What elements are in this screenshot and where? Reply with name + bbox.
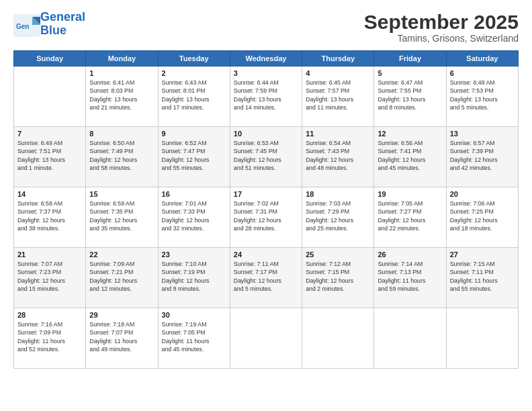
day-header-sunday: Sunday bbox=[14, 51, 86, 66]
day-number: 30 bbox=[162, 311, 226, 319]
day-cell: 11Sunrise: 6:54 AMSunset: 7:43 PMDayligh… bbox=[302, 127, 374, 187]
day-number: 4 bbox=[306, 69, 370, 77]
day-info: Sunrise: 7:03 AMSunset: 7:29 PMDaylight:… bbox=[306, 199, 370, 232]
day-info: Sunrise: 6:52 AMSunset: 7:47 PMDaylight:… bbox=[162, 139, 226, 172]
day-info: Sunrise: 6:58 AMSunset: 7:37 PMDaylight:… bbox=[17, 199, 82, 232]
day-cell: 26Sunrise: 7:14 AMSunset: 7:13 PMDayligh… bbox=[374, 248, 446, 308]
day-cell: 3Sunrise: 6:44 AMSunset: 7:59 PMDaylight… bbox=[230, 66, 302, 127]
day-number: 5 bbox=[378, 69, 442, 77]
day-info: Sunrise: 6:48 AMSunset: 7:53 PMDaylight:… bbox=[450, 79, 515, 111]
day-info: Sunrise: 7:18 AMSunset: 7:07 PMDaylight:… bbox=[89, 320, 154, 353]
day-number: 28 bbox=[17, 311, 82, 319]
location: Tamins, Grisons, Switzerland bbox=[364, 33, 519, 44]
day-number: 2 bbox=[162, 69, 226, 77]
day-cell: 8Sunrise: 6:50 AMSunset: 7:49 PMDaylight… bbox=[86, 127, 158, 187]
day-cell: 13Sunrise: 6:57 AMSunset: 7:39 PMDayligh… bbox=[446, 127, 518, 187]
header-row: SundayMondayTuesdayWednesdayThursdayFrid… bbox=[14, 51, 519, 66]
logo-text: General Blue bbox=[40, 11, 85, 38]
day-info: Sunrise: 6:44 AMSunset: 7:59 PMDaylight:… bbox=[234, 79, 298, 111]
day-info: Sunrise: 7:11 AMSunset: 7:17 PMDaylight:… bbox=[234, 260, 298, 293]
day-cell: 25Sunrise: 7:12 AMSunset: 7:15 PMDayligh… bbox=[302, 248, 374, 308]
day-header-thursday: Thursday bbox=[302, 51, 374, 66]
day-number: 21 bbox=[17, 250, 82, 259]
day-number: 11 bbox=[306, 130, 370, 138]
header: Gen General Blue September 2025 Tamins, … bbox=[13, 11, 519, 44]
day-number: 12 bbox=[378, 130, 442, 138]
day-cell bbox=[374, 308, 446, 369]
day-info: Sunrise: 7:10 AMSunset: 7:19 PMDaylight:… bbox=[162, 260, 226, 293]
logo-line1: General bbox=[40, 10, 85, 24]
svg-text:Gen: Gen bbox=[16, 23, 29, 30]
day-info: Sunrise: 6:54 AMSunset: 7:43 PMDaylight:… bbox=[306, 139, 370, 172]
week-row-1: 7Sunrise: 6:49 AMSunset: 7:51 PMDaylight… bbox=[14, 127, 519, 187]
logo: Gen General Blue bbox=[13, 11, 85, 38]
day-info: Sunrise: 6:57 AMSunset: 7:39 PMDaylight:… bbox=[450, 139, 515, 172]
day-info: Sunrise: 6:50 AMSunset: 7:49 PMDaylight:… bbox=[89, 139, 154, 172]
day-cell: 17Sunrise: 7:02 AMSunset: 7:31 PMDayligh… bbox=[230, 187, 302, 248]
day-info: Sunrise: 7:09 AMSunset: 7:21 PMDaylight:… bbox=[89, 260, 154, 293]
week-row-0: 1Sunrise: 6:41 AMSunset: 8:03 PMDaylight… bbox=[14, 66, 519, 127]
day-info: Sunrise: 7:16 AMSunset: 7:09 PMDaylight:… bbox=[17, 320, 82, 353]
day-number: 16 bbox=[162, 190, 226, 198]
day-info: Sunrise: 6:56 AMSunset: 7:41 PMDaylight:… bbox=[378, 139, 442, 172]
day-number: 26 bbox=[378, 250, 442, 259]
day-header-wednesday: Wednesday bbox=[230, 51, 302, 66]
day-cell: 7Sunrise: 6:49 AMSunset: 7:51 PMDaylight… bbox=[14, 127, 86, 187]
day-info: Sunrise: 6:41 AMSunset: 8:03 PMDaylight:… bbox=[89, 79, 154, 111]
week-row-2: 14Sunrise: 6:58 AMSunset: 7:37 PMDayligh… bbox=[14, 187, 519, 248]
day-cell: 10Sunrise: 6:53 AMSunset: 7:45 PMDayligh… bbox=[230, 127, 302, 187]
day-number: 6 bbox=[450, 69, 515, 77]
day-info: Sunrise: 6:49 AMSunset: 7:51 PMDaylight:… bbox=[17, 139, 82, 172]
day-info: Sunrise: 6:45 AMSunset: 7:57 PMDaylight:… bbox=[306, 79, 370, 111]
day-cell: 22Sunrise: 7:09 AMSunset: 7:21 PMDayligh… bbox=[86, 248, 158, 308]
day-cell: 20Sunrise: 7:06 AMSunset: 7:25 PMDayligh… bbox=[446, 187, 518, 248]
title-block: September 2025 Tamins, Grisons, Switzerl… bbox=[364, 11, 519, 44]
day-info: Sunrise: 7:14 AMSunset: 7:13 PMDaylight:… bbox=[378, 260, 442, 293]
day-info: Sunrise: 7:06 AMSunset: 7:25 PMDaylight:… bbox=[450, 199, 515, 232]
day-info: Sunrise: 7:07 AMSunset: 7:23 PMDaylight:… bbox=[17, 260, 82, 293]
day-number: 25 bbox=[306, 250, 370, 259]
day-cell: 2Sunrise: 6:43 AMSunset: 8:01 PMDaylight… bbox=[158, 66, 230, 127]
day-number: 24 bbox=[234, 250, 298, 259]
week-row-3: 21Sunrise: 7:07 AMSunset: 7:23 PMDayligh… bbox=[14, 248, 519, 308]
day-number: 22 bbox=[89, 250, 154, 259]
day-info: Sunrise: 7:15 AMSunset: 7:11 PMDaylight:… bbox=[450, 260, 515, 293]
day-info: Sunrise: 6:47 AMSunset: 7:55 PMDaylight:… bbox=[378, 79, 442, 111]
day-number: 19 bbox=[378, 190, 442, 198]
day-number: 17 bbox=[234, 190, 298, 198]
day-cell: 1Sunrise: 6:41 AMSunset: 8:03 PMDaylight… bbox=[86, 66, 158, 127]
day-number: 3 bbox=[234, 69, 298, 77]
calendar-table: SundayMondayTuesdayWednesdayThursdayFrid… bbox=[13, 50, 519, 369]
day-number: 15 bbox=[89, 190, 154, 198]
day-cell: 15Sunrise: 6:59 AMSunset: 7:35 PMDayligh… bbox=[86, 187, 158, 248]
day-cell: 18Sunrise: 7:03 AMSunset: 7:29 PMDayligh… bbox=[302, 187, 374, 248]
day-number: 14 bbox=[17, 190, 82, 198]
day-cell bbox=[446, 308, 518, 369]
day-cell: 27Sunrise: 7:15 AMSunset: 7:11 PMDayligh… bbox=[446, 248, 518, 308]
day-cell: 16Sunrise: 7:01 AMSunset: 7:33 PMDayligh… bbox=[158, 187, 230, 248]
day-cell: 6Sunrise: 6:48 AMSunset: 7:53 PMDaylight… bbox=[446, 66, 518, 127]
day-cell: 4Sunrise: 6:45 AMSunset: 7:57 PMDaylight… bbox=[302, 66, 374, 127]
day-info: Sunrise: 6:59 AMSunset: 7:35 PMDaylight:… bbox=[89, 199, 154, 232]
day-number: 7 bbox=[17, 130, 82, 138]
day-header-tuesday: Tuesday bbox=[158, 51, 230, 66]
day-header-saturday: Saturday bbox=[446, 51, 518, 66]
day-cell: 23Sunrise: 7:10 AMSunset: 7:19 PMDayligh… bbox=[158, 248, 230, 308]
day-cell: 12Sunrise: 6:56 AMSunset: 7:41 PMDayligh… bbox=[374, 127, 446, 187]
day-number: 27 bbox=[450, 250, 515, 259]
page: Gen General Blue September 2025 Tamins, … bbox=[0, 0, 532, 411]
logo-line2: Blue bbox=[40, 24, 66, 37]
day-cell: 30Sunrise: 7:19 AMSunset: 7:05 PMDayligh… bbox=[158, 308, 230, 369]
day-cell: 28Sunrise: 7:16 AMSunset: 7:09 PMDayligh… bbox=[14, 308, 86, 369]
day-number: 13 bbox=[450, 130, 515, 138]
day-cell bbox=[14, 66, 86, 127]
day-number: 10 bbox=[234, 130, 298, 138]
day-number: 1 bbox=[89, 69, 154, 77]
day-info: Sunrise: 7:01 AMSunset: 7:33 PMDaylight:… bbox=[162, 199, 226, 232]
day-cell: 24Sunrise: 7:11 AMSunset: 7:17 PMDayligh… bbox=[230, 248, 302, 308]
day-cell bbox=[302, 308, 374, 369]
day-cell: 5Sunrise: 6:47 AMSunset: 7:55 PMDaylight… bbox=[374, 66, 446, 127]
day-info: Sunrise: 7:05 AMSunset: 7:27 PMDaylight:… bbox=[378, 199, 442, 232]
day-number: 29 bbox=[89, 311, 154, 319]
day-info: Sunrise: 7:02 AMSunset: 7:31 PMDaylight:… bbox=[234, 199, 298, 232]
